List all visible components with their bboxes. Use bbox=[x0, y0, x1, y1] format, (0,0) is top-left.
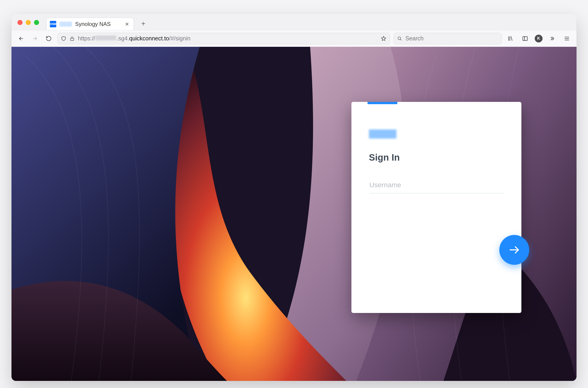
url-text: https:// .sg4. quickconnect.to /#/signin bbox=[78, 35, 377, 42]
plus-icon bbox=[141, 21, 146, 26]
url-domain: quickconnect.to bbox=[129, 35, 169, 42]
login-card: Sign In bbox=[351, 102, 521, 313]
browser-window: DSM Synology NAS bbox=[11, 14, 577, 381]
sidebar-icon bbox=[522, 36, 528, 42]
tab-favicon-extra-blurred bbox=[59, 22, 72, 27]
search-icon bbox=[397, 36, 402, 41]
login-brand-blurred bbox=[369, 129, 397, 139]
tab-favicon-dsm-icon: DSM bbox=[50, 21, 56, 27]
tab-title: Synology NAS bbox=[75, 21, 121, 27]
chevrons-right-icon bbox=[549, 36, 555, 42]
app-menu-button[interactable] bbox=[562, 33, 572, 44]
arrow-left-icon bbox=[18, 36, 24, 42]
svg-rect-0 bbox=[71, 38, 74, 40]
new-tab-button[interactable] bbox=[138, 19, 148, 29]
username-field-wrapper bbox=[369, 179, 504, 194]
window-controls bbox=[17, 20, 39, 25]
toolbar-right-group: K bbox=[505, 33, 572, 44]
tab-close-button[interactable] bbox=[124, 21, 130, 27]
library-button[interactable] bbox=[505, 33, 515, 44]
library-icon bbox=[508, 36, 513, 42]
star-icon bbox=[381, 36, 387, 42]
url-scheme: https:// bbox=[78, 35, 95, 42]
lock-icon[interactable] bbox=[70, 36, 75, 41]
nav-back-button[interactable] bbox=[16, 33, 26, 44]
reload-icon bbox=[46, 36, 52, 42]
page-content: Sign In bbox=[11, 47, 577, 381]
close-icon bbox=[125, 22, 129, 26]
hamburger-icon bbox=[564, 36, 570, 42]
username-input[interactable] bbox=[369, 179, 504, 194]
url-subdomain-blurred bbox=[96, 35, 116, 40]
arrow-right-icon bbox=[508, 244, 520, 256]
login-card-accent bbox=[368, 102, 397, 104]
tracking-protection-icon[interactable] bbox=[61, 36, 66, 41]
overflow-button[interactable] bbox=[547, 33, 557, 44]
signin-next-button[interactable] bbox=[499, 235, 529, 265]
window-zoom-button[interactable] bbox=[34, 20, 39, 25]
search-bar[interactable] bbox=[394, 33, 502, 44]
account-button[interactable]: K bbox=[535, 35, 542, 43]
search-input[interactable] bbox=[405, 35, 498, 42]
login-title: Sign In bbox=[369, 152, 504, 163]
bookmark-star-button[interactable] bbox=[381, 33, 387, 44]
browser-tab[interactable]: DSM Synology NAS bbox=[46, 18, 134, 30]
address-bar[interactable]: https:// .sg4. quickconnect.to /#/signin bbox=[57, 33, 390, 44]
arrow-right-icon bbox=[32, 36, 38, 42]
url-host-suffix: .sg4. bbox=[117, 35, 129, 42]
reader-view-button[interactable] bbox=[520, 33, 530, 44]
svg-rect-2 bbox=[523, 36, 527, 40]
account-initial: K bbox=[537, 36, 540, 41]
tab-strip: DSM Synology NAS bbox=[11, 14, 577, 30]
url-path: /#/signin bbox=[169, 35, 190, 42]
window-minimize-button[interactable] bbox=[26, 20, 31, 25]
browser-toolbar: https:// .sg4. quickconnect.to /#/signin bbox=[11, 30, 577, 47]
nav-forward-button[interactable] bbox=[30, 33, 40, 44]
reload-button[interactable] bbox=[44, 33, 54, 44]
window-close-button[interactable] bbox=[17, 20, 23, 25]
